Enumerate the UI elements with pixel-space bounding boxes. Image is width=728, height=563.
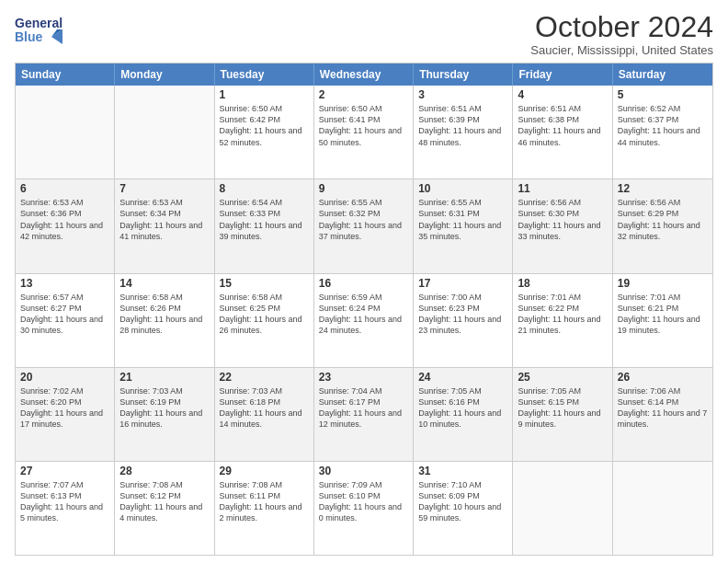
header-friday: Friday xyxy=(513,63,612,86)
calendar-cell: 16Sunrise: 6:59 AM Sunset: 6:24 PM Dayli… xyxy=(314,274,414,367)
day-number: 26 xyxy=(618,371,708,384)
header-sunday: Sunday xyxy=(16,63,115,86)
day-number: 17 xyxy=(418,277,507,290)
cell-info: Sunrise: 6:56 AM Sunset: 6:30 PM Dayligh… xyxy=(518,197,607,242)
cell-info: Sunrise: 7:03 AM Sunset: 6:18 PM Dayligh… xyxy=(220,385,309,431)
day-number: 13 xyxy=(20,277,109,290)
day-number: 10 xyxy=(418,182,507,195)
calendar-cell: 5Sunrise: 6:52 AM Sunset: 6:37 PM Daylig… xyxy=(613,86,712,178)
calendar-row-4: 27Sunrise: 7:07 AM Sunset: 6:13 PM Dayli… xyxy=(16,461,712,555)
day-number: 1 xyxy=(220,88,309,101)
header: General Blue October 2024 Saucier, Missi… xyxy=(15,11,713,57)
cell-info: Sunrise: 6:55 AM Sunset: 6:32 PM Dayligh… xyxy=(319,197,408,242)
calendar-cell xyxy=(613,462,712,555)
calendar-header: Sunday Monday Tuesday Wednesday Thursday… xyxy=(16,63,712,86)
calendar-cell: 13Sunrise: 6:57 AM Sunset: 6:27 PM Dayli… xyxy=(16,274,115,367)
cell-info: Sunrise: 6:56 AM Sunset: 6:29 PM Dayligh… xyxy=(618,197,708,242)
day-number: 31 xyxy=(418,465,507,477)
day-number: 15 xyxy=(220,277,309,290)
day-number: 6 xyxy=(20,182,109,195)
calendar-cell: 25Sunrise: 7:05 AM Sunset: 6:15 PM Dayli… xyxy=(513,368,612,461)
calendar-row-2: 13Sunrise: 6:57 AM Sunset: 6:27 PM Dayli… xyxy=(16,273,712,367)
calendar: Sunday Monday Tuesday Wednesday Thursday… xyxy=(15,63,713,556)
cell-info: Sunrise: 7:04 AM Sunset: 6:17 PM Dayligh… xyxy=(319,385,408,431)
day-number: 16 xyxy=(319,277,408,290)
day-number: 7 xyxy=(119,182,209,195)
svg-text:Blue: Blue xyxy=(15,29,43,44)
cell-info: Sunrise: 6:51 AM Sunset: 6:39 PM Dayligh… xyxy=(418,103,507,148)
day-number: 30 xyxy=(319,465,408,477)
calendar-row-3: 20Sunrise: 7:02 AM Sunset: 6:20 PM Dayli… xyxy=(16,367,712,461)
calendar-cell: 31Sunrise: 7:10 AM Sunset: 6:09 PM Dayli… xyxy=(414,462,513,555)
cell-info: Sunrise: 7:03 AM Sunset: 6:19 PM Dayligh… xyxy=(119,385,209,431)
day-number: 28 xyxy=(119,465,209,477)
header-thursday: Thursday xyxy=(414,63,513,86)
cell-info: Sunrise: 6:53 AM Sunset: 6:34 PM Dayligh… xyxy=(119,197,209,242)
day-number: 19 xyxy=(618,277,708,290)
cell-info: Sunrise: 6:57 AM Sunset: 6:27 PM Dayligh… xyxy=(20,292,109,337)
calendar-cell: 2Sunrise: 6:50 AM Sunset: 6:41 PM Daylig… xyxy=(314,86,414,178)
calendar-body: 1Sunrise: 6:50 AM Sunset: 6:42 PM Daylig… xyxy=(16,86,712,555)
calendar-cell: 26Sunrise: 7:06 AM Sunset: 6:14 PM Dayli… xyxy=(613,368,712,461)
calendar-cell: 28Sunrise: 7:08 AM Sunset: 6:12 PM Dayli… xyxy=(115,462,214,555)
calendar-cell: 6Sunrise: 6:53 AM Sunset: 6:36 PM Daylig… xyxy=(16,179,115,272)
cell-info: Sunrise: 7:07 AM Sunset: 6:13 PM Dayligh… xyxy=(20,479,109,524)
calendar-cell: 15Sunrise: 6:58 AM Sunset: 6:25 PM Dayli… xyxy=(215,274,314,367)
calendar-cell: 27Sunrise: 7:07 AM Sunset: 6:13 PM Dayli… xyxy=(16,462,115,555)
cell-info: Sunrise: 7:00 AM Sunset: 6:23 PM Dayligh… xyxy=(418,292,507,337)
day-number: 20 xyxy=(20,371,109,384)
cell-info: Sunrise: 7:09 AM Sunset: 6:10 PM Dayligh… xyxy=(319,479,408,524)
header-tuesday: Tuesday xyxy=(215,63,314,86)
calendar-cell: 14Sunrise: 6:58 AM Sunset: 6:26 PM Dayli… xyxy=(115,274,214,367)
cell-info: Sunrise: 7:05 AM Sunset: 6:15 PM Dayligh… xyxy=(518,385,607,431)
calendar-cell: 23Sunrise: 7:04 AM Sunset: 6:17 PM Dayli… xyxy=(314,368,414,461)
title-block: October 2024 Saucier, Mississippi, Unite… xyxy=(530,11,713,57)
cell-info: Sunrise: 7:01 AM Sunset: 6:21 PM Dayligh… xyxy=(618,292,708,337)
cell-info: Sunrise: 6:52 AM Sunset: 6:37 PM Dayligh… xyxy=(618,103,708,148)
calendar-cell: 19Sunrise: 7:01 AM Sunset: 6:21 PM Dayli… xyxy=(613,274,712,367)
cell-info: Sunrise: 6:55 AM Sunset: 6:31 PM Dayligh… xyxy=(418,197,507,242)
day-number: 24 xyxy=(418,371,507,384)
calendar-cell: 11Sunrise: 6:56 AM Sunset: 6:30 PM Dayli… xyxy=(513,179,612,272)
calendar-cell: 3Sunrise: 6:51 AM Sunset: 6:39 PM Daylig… xyxy=(414,86,513,178)
cell-info: Sunrise: 7:08 AM Sunset: 6:12 PM Dayligh… xyxy=(119,479,209,524)
page: General Blue October 2024 Saucier, Missi… xyxy=(0,0,728,563)
day-number: 11 xyxy=(518,182,607,195)
calendar-cell: 20Sunrise: 7:02 AM Sunset: 6:20 PM Dayli… xyxy=(16,368,115,461)
cell-info: Sunrise: 6:58 AM Sunset: 6:26 PM Dayligh… xyxy=(119,292,209,337)
logo: General Blue xyxy=(15,11,63,52)
day-number: 5 xyxy=(618,88,708,101)
day-number: 8 xyxy=(220,182,309,195)
day-number: 18 xyxy=(518,277,607,290)
header-saturday: Saturday xyxy=(613,63,712,86)
calendar-cell: 7Sunrise: 6:53 AM Sunset: 6:34 PM Daylig… xyxy=(115,179,214,272)
day-number: 2 xyxy=(319,88,408,101)
logo-svg: General Blue xyxy=(15,11,63,52)
cell-info: Sunrise: 6:54 AM Sunset: 6:33 PM Dayligh… xyxy=(220,197,309,242)
calendar-cell: 21Sunrise: 7:03 AM Sunset: 6:19 PM Dayli… xyxy=(115,368,214,461)
calendar-cell: 17Sunrise: 7:00 AM Sunset: 6:23 PM Dayli… xyxy=(414,274,513,367)
calendar-row-0: 1Sunrise: 6:50 AM Sunset: 6:42 PM Daylig… xyxy=(16,86,712,178)
cell-info: Sunrise: 7:02 AM Sunset: 6:20 PM Dayligh… xyxy=(20,385,109,431)
calendar-cell: 10Sunrise: 6:55 AM Sunset: 6:31 PM Dayli… xyxy=(414,179,513,272)
cell-info: Sunrise: 7:10 AM Sunset: 6:09 PM Dayligh… xyxy=(418,479,507,524)
calendar-cell: 1Sunrise: 6:50 AM Sunset: 6:42 PM Daylig… xyxy=(215,86,314,178)
cell-info: Sunrise: 6:50 AM Sunset: 6:41 PM Dayligh… xyxy=(319,103,408,148)
day-number: 29 xyxy=(220,465,309,477)
day-number: 25 xyxy=(518,371,607,384)
calendar-cell: 8Sunrise: 6:54 AM Sunset: 6:33 PM Daylig… xyxy=(215,179,314,272)
cell-info: Sunrise: 6:53 AM Sunset: 6:36 PM Dayligh… xyxy=(20,197,109,242)
calendar-cell xyxy=(115,86,214,178)
day-number: 23 xyxy=(319,371,408,384)
cell-info: Sunrise: 6:58 AM Sunset: 6:25 PM Dayligh… xyxy=(220,292,309,337)
calendar-cell xyxy=(16,86,115,178)
calendar-cell: 4Sunrise: 6:51 AM Sunset: 6:38 PM Daylig… xyxy=(513,86,612,178)
header-monday: Monday xyxy=(115,63,214,86)
header-wednesday: Wednesday xyxy=(314,63,414,86)
calendar-cell: 9Sunrise: 6:55 AM Sunset: 6:32 PM Daylig… xyxy=(314,179,414,272)
cell-info: Sunrise: 7:06 AM Sunset: 6:14 PM Dayligh… xyxy=(618,385,708,431)
day-number: 4 xyxy=(518,88,607,101)
day-number: 14 xyxy=(119,277,209,290)
calendar-cell: 22Sunrise: 7:03 AM Sunset: 6:18 PM Dayli… xyxy=(215,368,314,461)
location: Saucier, Mississippi, United States xyxy=(530,43,713,57)
